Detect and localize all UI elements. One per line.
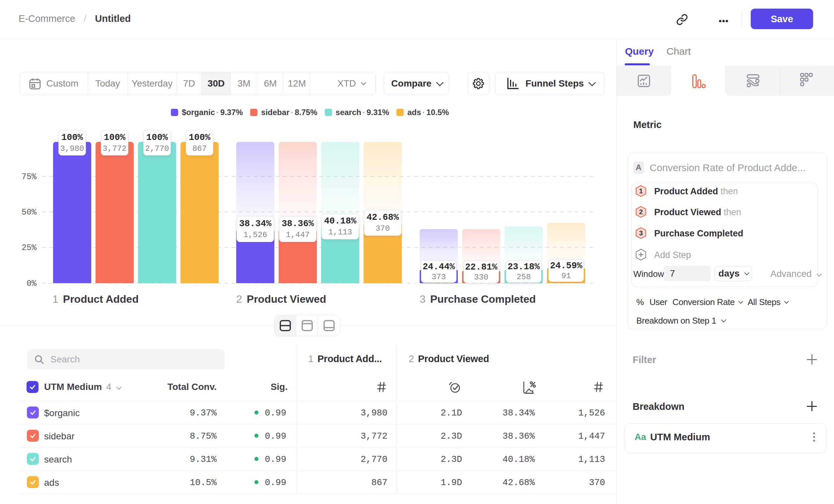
svg-text:3: 3 (639, 229, 643, 237)
svg-text:1: 1 (639, 187, 643, 194)
svg-text:2: 2 (639, 208, 643, 215)
